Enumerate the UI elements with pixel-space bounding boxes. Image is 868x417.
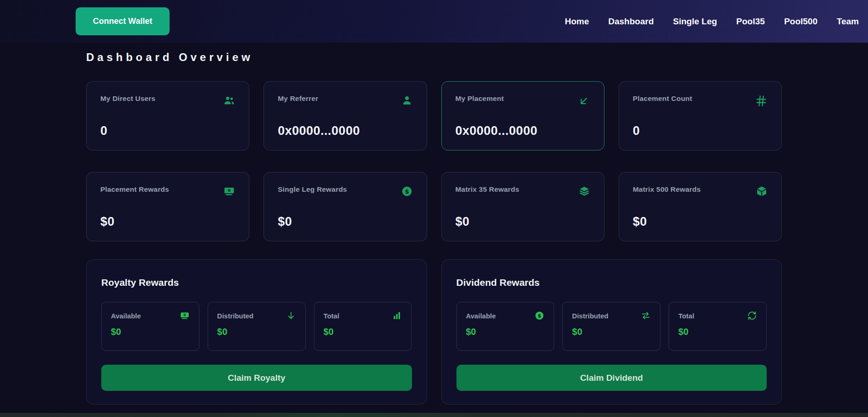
stat-card-placement-count: Placement Count 0: [619, 81, 782, 150]
page-title: Dashboard Overview: [86, 51, 782, 64]
dollar-circle-icon: $: [534, 311, 544, 321]
dividend-distributed-card: Distributed $0: [562, 302, 660, 351]
stat-card-label: Single Leg Rewards: [278, 185, 347, 194]
hash-icon: [755, 95, 768, 107]
stat-card-single-leg-rewards: Single Leg Rewards $ $0: [264, 172, 427, 241]
top-navbar: Connect Wallet Home Dashboard Single Leg…: [0, 0, 868, 43]
banknote-icon: [180, 311, 190, 321]
bar-chart-icon: [392, 311, 402, 321]
stat-card-matrix-500-rewards: Matrix 500 Rewards $0: [619, 172, 782, 241]
stat-cards-row-2: Placement Rewards $0 Single Leg Rewards: [86, 172, 782, 241]
nav-item-home[interactable]: Home: [565, 17, 589, 27]
sub-stat-label: Distributed: [217, 312, 253, 320]
nav-item-single-leg[interactable]: Single Leg: [673, 17, 717, 27]
sub-stat-label: Total: [678, 312, 694, 320]
sub-stat-value: $0: [111, 327, 190, 337]
sub-stat-label: Distributed: [572, 312, 608, 320]
sub-stat-value: $0: [466, 327, 545, 337]
claim-dividend-button[interactable]: Claim Dividend: [456, 365, 767, 391]
stat-card-my-referrer: My Referrer 0x0000...0000: [264, 81, 427, 150]
stat-cards-row-1: My Direct Users 0 My Referrer: [86, 81, 782, 150]
users-icon: [223, 95, 235, 106]
stat-card-my-placement: My Placement 0x0000...0000: [441, 81, 604, 150]
stat-card-label: Matrix 35 Rewards: [456, 185, 520, 194]
dividend-rewards-panel: Dividend Rewards Available $ $0: [441, 259, 782, 405]
stat-card-value: 0: [100, 124, 235, 138]
user-icon: [401, 95, 413, 106]
stat-card-label: My Direct Users: [100, 95, 155, 103]
connect-wallet-button[interactable]: Connect Wallet: [76, 7, 170, 35]
banknote-icon: [223, 185, 235, 197]
nav-item-pool500[interactable]: Pool500: [784, 17, 818, 27]
stat-card-value: $0: [456, 215, 590, 229]
stat-card-my-direct-users: My Direct Users 0: [86, 81, 249, 150]
stat-card-placement-rewards: Placement Rewards $0: [86, 172, 249, 241]
dividend-total-card: Total $0: [669, 302, 767, 351]
svg-text:$: $: [405, 188, 409, 195]
layers-icon: [578, 185, 590, 197]
stat-card-label: Placement Count: [633, 95, 692, 103]
main-content: Dashboard Overview My Direct Users 0 My …: [0, 43, 868, 405]
arrow-down-left-icon: [577, 95, 590, 107]
dividend-available-card: Available $ $0: [456, 302, 555, 351]
sub-stat-value: $0: [678, 327, 757, 337]
claim-royalty-button[interactable]: Claim Royalty: [101, 365, 412, 391]
sub-stat-value: $0: [572, 327, 651, 337]
dividend-stats: Available $ $0 Distributed: [456, 302, 767, 351]
stat-card-label: My Referrer: [278, 95, 318, 103]
stat-card-label: My Placement: [456, 95, 504, 103]
nav-item-pool35[interactable]: Pool35: [736, 17, 765, 27]
rewards-panels: Royalty Rewards Available: [86, 259, 782, 405]
sub-stat-label: Available: [466, 312, 496, 320]
sub-stat-label: Total: [324, 312, 340, 320]
stat-card-value: 0: [633, 124, 768, 138]
panel-title: Dividend Rewards: [456, 277, 767, 288]
sub-stat-value: $0: [324, 327, 402, 337]
svg-text:$: $: [538, 313, 542, 319]
footer-strip: [0, 413, 868, 417]
stat-card-value: 0x0000...0000: [456, 124, 590, 138]
sub-stat-label: Available: [111, 312, 141, 320]
royalty-available-card: Available $0: [101, 302, 199, 351]
stat-card-matrix-35-rewards: Matrix 35 Rewards $0: [441, 172, 604, 241]
arrow-down-icon: [286, 311, 296, 321]
stat-card-value: $0: [100, 215, 235, 229]
stat-card-label: Placement Rewards: [100, 185, 169, 194]
transfer-icon: [641, 311, 651, 321]
sub-stat-value: $0: [217, 327, 296, 337]
dollar-circle-icon: $: [401, 185, 413, 197]
stat-card-value: $0: [278, 215, 412, 229]
royalty-total-card: Total $0: [314, 302, 412, 351]
stat-card-label: Matrix 500 Rewards: [633, 185, 701, 194]
refresh-icon: [747, 311, 757, 321]
box-icon: [756, 185, 768, 197]
nav-links: Home Dashboard Single Leg Pool35 Pool500…: [565, 17, 859, 27]
royalty-distributed-card: Distributed $0: [208, 302, 306, 351]
stat-card-value: 0x0000...0000: [278, 124, 412, 138]
nav-item-dashboard[interactable]: Dashboard: [608, 17, 654, 27]
nav-item-team[interactable]: Team: [837, 17, 859, 27]
royalty-rewards-panel: Royalty Rewards Available: [86, 259, 427, 405]
stat-card-value: $0: [633, 215, 768, 229]
royalty-stats: Available $0: [101, 302, 412, 351]
panel-title: Royalty Rewards: [101, 277, 412, 288]
